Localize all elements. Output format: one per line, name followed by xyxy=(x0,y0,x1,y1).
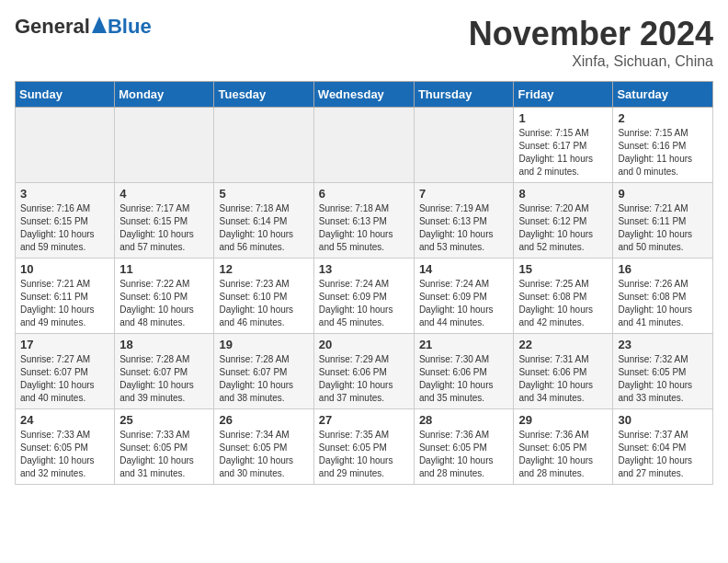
day-number: 3 xyxy=(20,187,109,201)
calendar-week-4: 17Sunrise: 7:27 AM Sunset: 6:07 PM Dayli… xyxy=(16,334,713,409)
calendar-week-5: 24Sunrise: 7:33 AM Sunset: 6:05 PM Dayli… xyxy=(16,409,713,485)
calendar-cell: 1Sunrise: 7:15 AM Sunset: 6:17 PM Daylig… xyxy=(514,108,613,183)
day-info: Sunrise: 7:27 AM Sunset: 6:07 PM Dayligh… xyxy=(20,353,109,405)
day-info: Sunrise: 7:21 AM Sunset: 6:11 PM Dayligh… xyxy=(618,202,708,254)
calendar-cell: 8Sunrise: 7:20 AM Sunset: 6:12 PM Daylig… xyxy=(514,183,613,259)
day-number: 1 xyxy=(518,111,608,125)
day-number: 30 xyxy=(618,413,708,427)
day-info: Sunrise: 7:26 AM Sunset: 6:08 PM Dayligh… xyxy=(618,278,708,329)
calendar-cell: 30Sunrise: 7:37 AM Sunset: 6:04 PM Dayli… xyxy=(613,409,713,485)
day-number: 17 xyxy=(20,338,109,351)
day-info: Sunrise: 7:20 AM Sunset: 6:12 PM Dayligh… xyxy=(518,202,608,254)
logo-blue: Blue xyxy=(108,15,152,39)
day-number: 4 xyxy=(119,187,209,201)
day-info: Sunrise: 7:23 AM Sunset: 6:10 PM Dayligh… xyxy=(219,278,308,329)
day-info: Sunrise: 7:30 AM Sunset: 6:06 PM Dayligh… xyxy=(419,353,509,405)
calendar-cell: 20Sunrise: 7:29 AM Sunset: 6:06 PM Dayli… xyxy=(313,334,414,409)
day-info: Sunrise: 7:16 AM Sunset: 6:15 PM Dayligh… xyxy=(20,202,109,254)
day-info: Sunrise: 7:19 AM Sunset: 6:13 PM Dayligh… xyxy=(419,202,509,254)
calendar-cell: 6Sunrise: 7:18 AM Sunset: 6:13 PM Daylig… xyxy=(313,183,414,259)
logo-general: General xyxy=(15,15,90,39)
day-info: Sunrise: 7:22 AM Sunset: 6:10 PM Dayligh… xyxy=(119,278,209,329)
calendar-cell: 26Sunrise: 7:34 AM Sunset: 6:05 PM Dayli… xyxy=(214,409,313,485)
day-number: 2 xyxy=(618,111,708,125)
day-number: 9 xyxy=(618,187,708,201)
weekday-header-friday: Friday xyxy=(514,82,613,108)
day-number: 8 xyxy=(518,187,608,201)
calendar-cell: 9Sunrise: 7:21 AM Sunset: 6:11 PM Daylig… xyxy=(613,183,713,259)
calendar-cell: 23Sunrise: 7:32 AM Sunset: 6:05 PM Dayli… xyxy=(613,334,713,409)
calendar-cell: 13Sunrise: 7:24 AM Sunset: 6:09 PM Dayli… xyxy=(313,259,414,334)
day-info: Sunrise: 7:32 AM Sunset: 6:05 PM Dayligh… xyxy=(618,353,708,405)
day-number: 11 xyxy=(119,262,209,276)
calendar-cell: 27Sunrise: 7:35 AM Sunset: 6:05 PM Dayli… xyxy=(313,409,414,485)
weekday-header-monday: Monday xyxy=(115,82,214,108)
weekday-header-tuesday: Tuesday xyxy=(214,82,313,108)
calendar-cell: 28Sunrise: 7:36 AM Sunset: 6:05 PM Dayli… xyxy=(414,409,514,485)
calendar-cell: 16Sunrise: 7:26 AM Sunset: 6:08 PM Dayli… xyxy=(613,259,713,334)
day-info: Sunrise: 7:28 AM Sunset: 6:07 PM Dayligh… xyxy=(119,353,209,405)
calendar-cell: 18Sunrise: 7:28 AM Sunset: 6:07 PM Dayli… xyxy=(115,334,214,409)
calendar-cell xyxy=(414,108,514,183)
calendar-cell xyxy=(16,108,115,183)
day-number: 15 xyxy=(518,262,608,276)
calendar-week-2: 3Sunrise: 7:16 AM Sunset: 6:15 PM Daylig… xyxy=(16,183,713,259)
calendar-cell: 7Sunrise: 7:19 AM Sunset: 6:13 PM Daylig… xyxy=(414,183,514,259)
calendar-week-1: 1Sunrise: 7:15 AM Sunset: 6:17 PM Daylig… xyxy=(16,108,713,183)
day-number: 6 xyxy=(319,187,409,201)
day-info: Sunrise: 7:18 AM Sunset: 6:14 PM Dayligh… xyxy=(219,202,308,254)
calendar-header-row: SundayMondayTuesdayWednesdayThursdayFrid… xyxy=(16,82,713,108)
calendar-title: November 2024 xyxy=(469,15,713,53)
logo: General Blue xyxy=(15,15,152,39)
day-number: 16 xyxy=(618,262,708,276)
day-info: Sunrise: 7:31 AM Sunset: 6:06 PM Dayligh… xyxy=(518,353,608,405)
weekday-header-thursday: Thursday xyxy=(414,82,514,108)
day-number: 23 xyxy=(618,338,708,351)
day-info: Sunrise: 7:28 AM Sunset: 6:07 PM Dayligh… xyxy=(219,353,308,405)
calendar-cell: 19Sunrise: 7:28 AM Sunset: 6:07 PM Dayli… xyxy=(214,334,313,409)
day-number: 29 xyxy=(518,413,608,427)
calendar-cell xyxy=(214,108,313,183)
calendar-cell: 4Sunrise: 7:17 AM Sunset: 6:15 PM Daylig… xyxy=(115,183,214,259)
calendar-cell: 14Sunrise: 7:24 AM Sunset: 6:09 PM Dayli… xyxy=(414,259,514,334)
calendar-cell: 15Sunrise: 7:25 AM Sunset: 6:08 PM Dayli… xyxy=(514,259,613,334)
day-info: Sunrise: 7:15 AM Sunset: 6:17 PM Dayligh… xyxy=(518,127,608,178)
calendar-cell: 29Sunrise: 7:36 AM Sunset: 6:05 PM Dayli… xyxy=(514,409,613,485)
title-block: November 2024 Xinfa, Sichuan, China xyxy=(469,15,713,70)
calendar-cell: 5Sunrise: 7:18 AM Sunset: 6:14 PM Daylig… xyxy=(214,183,313,259)
day-info: Sunrise: 7:35 AM Sunset: 6:05 PM Dayligh… xyxy=(319,429,409,480)
calendar-cell: 22Sunrise: 7:31 AM Sunset: 6:06 PM Dayli… xyxy=(514,334,613,409)
day-number: 24 xyxy=(20,413,109,427)
day-info: Sunrise: 7:33 AM Sunset: 6:05 PM Dayligh… xyxy=(20,429,109,480)
day-info: Sunrise: 7:24 AM Sunset: 6:09 PM Dayligh… xyxy=(319,278,409,329)
day-info: Sunrise: 7:29 AM Sunset: 6:06 PM Dayligh… xyxy=(319,353,409,405)
day-info: Sunrise: 7:33 AM Sunset: 6:05 PM Dayligh… xyxy=(119,429,209,480)
day-number: 14 xyxy=(419,262,509,276)
calendar-cell: 17Sunrise: 7:27 AM Sunset: 6:07 PM Dayli… xyxy=(16,334,115,409)
calendar-cell: 21Sunrise: 7:30 AM Sunset: 6:06 PM Dayli… xyxy=(414,334,514,409)
day-info: Sunrise: 7:34 AM Sunset: 6:05 PM Dayligh… xyxy=(219,429,308,480)
page-header: General Blue November 2024 Xinfa, Sichua… xyxy=(15,15,713,70)
day-info: Sunrise: 7:17 AM Sunset: 6:15 PM Dayligh… xyxy=(119,202,209,254)
day-number: 5 xyxy=(219,187,308,201)
calendar-cell: 2Sunrise: 7:15 AM Sunset: 6:16 PM Daylig… xyxy=(613,108,713,183)
day-info: Sunrise: 7:15 AM Sunset: 6:16 PM Dayligh… xyxy=(618,127,708,178)
calendar-cell xyxy=(313,108,414,183)
day-number: 26 xyxy=(219,413,308,427)
calendar-cell: 25Sunrise: 7:33 AM Sunset: 6:05 PM Dayli… xyxy=(115,409,214,485)
calendar-cell xyxy=(115,108,214,183)
calendar-cell: 12Sunrise: 7:23 AM Sunset: 6:10 PM Dayli… xyxy=(214,259,313,334)
day-info: Sunrise: 7:37 AM Sunset: 6:04 PM Dayligh… xyxy=(618,429,708,480)
day-number: 27 xyxy=(319,413,409,427)
calendar-subtitle: Xinfa, Sichuan, China xyxy=(469,53,713,70)
weekday-header-sunday: Sunday xyxy=(16,82,115,108)
day-number: 22 xyxy=(518,338,608,351)
calendar-table: SundayMondayTuesdayWednesdayThursdayFrid… xyxy=(15,81,713,485)
weekday-header-saturday: Saturday xyxy=(613,82,713,108)
day-info: Sunrise: 7:25 AM Sunset: 6:08 PM Dayligh… xyxy=(518,278,608,329)
day-number: 10 xyxy=(20,262,109,276)
day-number: 28 xyxy=(419,413,509,427)
day-number: 25 xyxy=(119,413,209,427)
day-number: 18 xyxy=(119,338,209,351)
svg-marker-0 xyxy=(92,17,107,33)
